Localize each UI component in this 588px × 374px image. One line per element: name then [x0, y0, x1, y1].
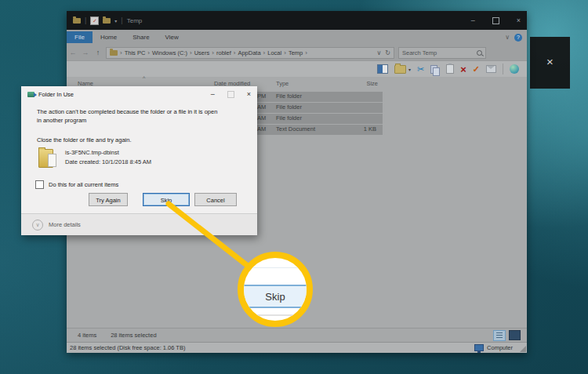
dialog-buttons: Try Again Skip Cancel — [21, 193, 257, 207]
separator: | — [121, 16, 122, 24]
ribbon-tabs: File Home Share View ∨ ? — [67, 30, 527, 45]
copy-icon[interactable] — [430, 65, 437, 74]
try-again-button[interactable]: Try Again — [89, 193, 128, 206]
checkbox-label: Do this for all current items — [49, 181, 118, 188]
forward-button[interactable]: → — [79, 49, 92, 56]
breadcrumb-separator: › — [305, 49, 307, 56]
dialog-message-primary: The action can't be completed because th… — [37, 108, 219, 125]
row-type: Text Document — [276, 125, 315, 133]
breadcrumb-local[interactable]: Local — [267, 49, 281, 56]
tab-share[interactable]: Share — [125, 31, 157, 43]
overlay-close-icon[interactable]: × — [546, 56, 554, 67]
callout-skip-label: Skip — [265, 291, 285, 303]
dialog-close-button[interactable]: × — [247, 90, 251, 98]
dialog-maximize-button — [227, 91, 234, 98]
column-header-type[interactable]: Type — [276, 80, 289, 87]
help-icon[interactable]: ? — [514, 34, 522, 42]
confirm-icon[interactable]: ✓ — [473, 65, 480, 74]
skip-button[interactable]: Skip — [143, 193, 190, 206]
paste-icon[interactable] — [446, 64, 454, 74]
dialog-minimize-button[interactable]: – — [211, 90, 215, 98]
breadcrumb-temp[interactable]: Temp — [289, 49, 303, 56]
checkbox-toolbar-icon[interactable]: ✓ — [90, 16, 99, 25]
minimize-button[interactable]: – — [471, 16, 475, 24]
search-box[interactable] — [398, 47, 486, 59]
address-bar[interactable]: › This PC › Windows (C:) › Users › roble… — [106, 47, 394, 59]
breadcrumb-separator: › — [284, 49, 286, 56]
search-input[interactable] — [402, 49, 477, 56]
cancel-button[interactable]: Cancel — [194, 193, 237, 206]
breadcrumb-this-pc[interactable]: This PC — [125, 49, 146, 56]
breadcrumb-separator: › — [234, 49, 236, 56]
navigation-bar: ← → ↑ › This PC › Windows (C:) › Users ›… — [67, 45, 527, 60]
dialog-message-secondary: Close the folder or file and try again. — [37, 136, 131, 143]
new-folder-dropdown-icon[interactable]: ▾ — [408, 67, 411, 72]
breadcrumb-users[interactable]: Users — [194, 49, 210, 56]
resize-grip[interactable] — [520, 346, 526, 352]
delete-icon[interactable]: × — [460, 64, 466, 74]
breadcrumb-windows-c[interactable]: Windows (C:) — [152, 49, 187, 56]
up-button[interactable]: ↑ — [92, 49, 104, 56]
tab-view[interactable]: View — [158, 31, 187, 43]
tab-file[interactable]: File — [67, 31, 93, 43]
window-controls: – × — [471, 16, 521, 24]
preview-pane-icon[interactable] — [377, 64, 388, 74]
breadcrumb-appdata[interactable]: AppData — [238, 49, 260, 56]
breadcrumb-separator: › — [120, 49, 122, 56]
back-button[interactable]: ← — [67, 49, 79, 56]
thumbnail-view-button[interactable] — [509, 330, 521, 340]
refresh-icon[interactable]: ↻ — [385, 49, 390, 56]
details-view-button[interactable] — [493, 330, 506, 341]
more-details-link[interactable]: More details — [49, 221, 81, 228]
tab-home[interactable]: Home — [93, 31, 125, 43]
callout-detail-line — [244, 314, 307, 316]
email-icon[interactable] — [486, 65, 496, 73]
status-bar: 4 items 28 items selected — [67, 328, 527, 342]
row-size: 1 KB — [364, 125, 376, 133]
row-type: File folder — [276, 103, 302, 111]
more-details-chevron-icon[interactable]: ∨ — [32, 220, 43, 231]
folder-icon[interactable] — [73, 18, 81, 24]
ribbon-right: ∨ ? — [505, 34, 527, 42]
quick-access-toolbar: | ✓ ▾ | Temp — [73, 16, 142, 25]
shell-icon[interactable] — [510, 64, 519, 74]
titlebar: | ✓ ▾ | Temp – × — [67, 11, 527, 30]
column-header-size[interactable]: Size — [341, 80, 378, 87]
breadcrumb-separator: › — [212, 49, 214, 56]
folder-icon — [110, 50, 118, 56]
row-date: AM — [257, 125, 266, 133]
dialog-title: Folder In Use — [38, 91, 74, 98]
callout-detail-line — [244, 267, 307, 268]
computer-icon — [474, 344, 484, 351]
dialog-item-date: Date created: 10/1/2018 8:45 AM — [65, 158, 151, 165]
qat-dropdown-icon[interactable]: ▾ — [114, 18, 117, 24]
breadcrumb-separator: › — [263, 49, 266, 56]
address-bar-controls: ∨ ↻ — [376, 49, 390, 56]
selected-count: 28 items selected — [111, 332, 156, 339]
checkbox[interactable] — [35, 180, 44, 189]
close-button[interactable]: × — [517, 16, 521, 24]
address-dropdown-icon[interactable]: ∨ — [376, 49, 381, 56]
folder-icon — [38, 146, 57, 169]
new-folder-icon[interactable] — [394, 65, 406, 74]
folder-icon[interactable] — [103, 18, 111, 24]
separator: | — [85, 16, 86, 24]
cut-icon[interactable]: ✂ — [417, 65, 424, 74]
row-date: AM — [257, 114, 266, 122]
classic-status-bar: 28 items selected (Disk free space: 1.06… — [67, 342, 527, 353]
dialog-titlebar: Folder In Use – × — [21, 86, 257, 102]
expand-ribbon-icon[interactable]: ∨ — [505, 34, 510, 41]
maximize-button[interactable] — [492, 17, 499, 24]
magnified-skip-button[interactable]: Skip — [241, 285, 310, 308]
breadcrumb-separator: › — [190, 49, 192, 56]
breadcrumb-roblef[interactable]: roblef — [216, 49, 231, 56]
status-details: 28 items selected (Disk free space: 1.06… — [67, 344, 185, 351]
apply-to-all-checkbox-row[interactable]: Do this for all current items — [35, 180, 118, 189]
search-icon[interactable] — [477, 50, 482, 56]
dialog-window-controls: – × — [211, 90, 251, 98]
sort-ascending-icon: ^ — [143, 75, 145, 81]
overlay-close-panel: × — [530, 37, 570, 89]
dialog-footer: ∨ More details — [21, 213, 257, 235]
row-type: File folder — [276, 114, 302, 122]
move-dialog-icon — [27, 92, 34, 97]
